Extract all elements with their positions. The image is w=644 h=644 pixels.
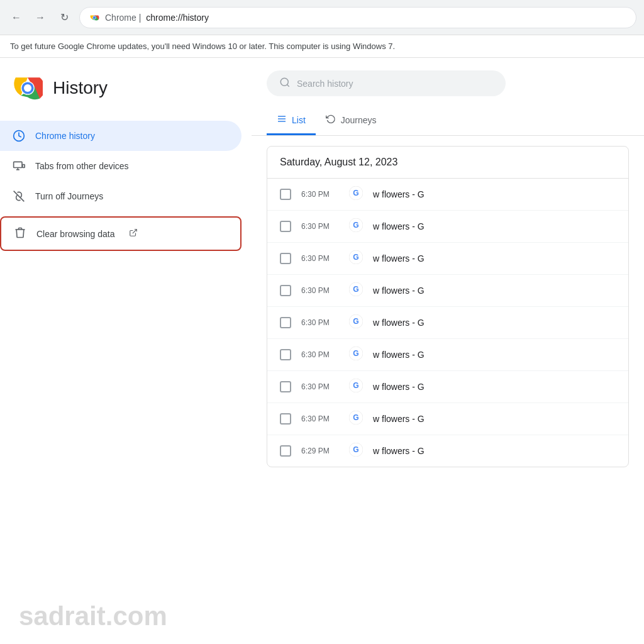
history-time: 6:30 PM	[301, 222, 339, 231]
svg-point-3	[93, 16, 96, 19]
history-checkbox[interactable]	[280, 221, 291, 232]
history-entry-title: w flowers - G	[373, 189, 425, 199]
search-box[interactable]: Search history	[267, 70, 506, 96]
refresh-button[interactable]: ↻	[55, 9, 73, 26]
sidebar-item-tabs-other-devices-label: Tabs from other devices	[35, 161, 129, 171]
history-entry-title: w flowers - G	[373, 350, 425, 360]
history-checkbox[interactable]	[280, 317, 291, 328]
svg-text:G: G	[353, 445, 358, 454]
journeys-icon	[326, 114, 336, 126]
history-checkbox[interactable]	[280, 253, 291, 264]
sidebar-item-turn-off-journeys-label: Turn off Journeys	[35, 191, 103, 201]
svg-text:G: G	[353, 413, 358, 422]
tab-journeys[interactable]: Journeys	[316, 106, 387, 135]
history-time: 6:30 PM	[301, 414, 339, 423]
history-date-card: Saturday, August 12, 2023 6:30 PM G w fl…	[267, 146, 629, 467]
sidebar: History Chrome history	[0, 58, 252, 641]
sidebar-item-turn-off-journeys[interactable]: Turn off Journeys	[0, 181, 242, 211]
monitor-icon	[13, 160, 25, 172]
clear-browsing-item[interactable]: Clear browsing data	[1, 218, 240, 250]
history-row[interactable]: 6:30 PM G w flowers - G	[267, 243, 628, 275]
history-row[interactable]: 6:30 PM G w flowers - G	[267, 307, 628, 339]
address-bar[interactable]: Chrome | chrome://history	[79, 7, 636, 28]
back-button[interactable]: ←	[8, 9, 25, 26]
history-entry-title: w flowers - G	[373, 446, 425, 456]
sidebar-item-tabs-other-devices[interactable]: Tabs from other devices	[0, 151, 242, 181]
svg-text:G: G	[353, 285, 358, 294]
sidebar-nav: Chrome history Tabs from other devices	[0, 121, 252, 251]
history-time: 6:30 PM	[301, 190, 339, 199]
clock-icon	[13, 130, 25, 142]
history-time: 6:29 PM	[301, 447, 339, 455]
tab-list[interactable]: List	[267, 106, 316, 135]
browser-toolbar: ← → ↻ Chrome | chrome://history	[0, 0, 644, 35]
chrome-logo-icon	[89, 12, 100, 23]
update-banner-text: To get future Google Chrome updates, you…	[10, 42, 395, 51]
update-banner: To get future Google Chrome updates, you…	[0, 35, 644, 58]
history-time: 6:30 PM	[301, 254, 339, 263]
history-entry-title: w flowers - G	[373, 221, 425, 231]
chrome-large-logo-icon	[13, 73, 43, 103]
history-checkbox[interactable]	[280, 413, 291, 425]
main-content: History Chrome history	[0, 58, 644, 641]
google-favicon-icon: G	[349, 411, 363, 427]
svg-text:G: G	[353, 317, 358, 326]
right-panel: Search history List	[252, 58, 644, 641]
history-row[interactable]: 6:30 PM G w flowers - G	[267, 371, 628, 403]
google-favicon-icon: G	[349, 186, 363, 203]
history-checkbox[interactable]	[280, 189, 291, 200]
google-favicon-icon: G	[349, 218, 363, 235]
history-row[interactable]: 6:30 PM G w flowers - G	[267, 275, 628, 307]
svg-text:G: G	[353, 381, 358, 390]
forward-button[interactable]: →	[31, 9, 49, 26]
search-placeholder: Search history	[297, 79, 353, 89]
google-favicon-icon: G	[349, 314, 363, 331]
svg-point-15	[280, 78, 288, 86]
search-bar-row: Search history	[252, 58, 644, 106]
svg-rect-9	[14, 162, 22, 167]
svg-text:G: G	[353, 349, 358, 358]
history-entry-title: w flowers - G	[373, 414, 425, 424]
history-date-header: Saturday, August 12, 2023	[267, 147, 628, 179]
history-time: 6:30 PM	[301, 318, 339, 327]
history-row[interactable]: 6:30 PM G w flowers - G	[267, 179, 628, 211]
history-entry-title: w flowers - G	[373, 382, 425, 392]
svg-text:G: G	[353, 189, 358, 197]
address-bar-prefix: Chrome |	[105, 13, 141, 23]
history-entry-title: w flowers - G	[373, 286, 425, 296]
history-time: 6:30 PM	[301, 350, 339, 359]
tab-list-label: List	[292, 115, 306, 125]
sidebar-item-chrome-history[interactable]: Chrome history	[0, 121, 242, 151]
history-row[interactable]: 6:30 PM G w flowers - G	[267, 339, 628, 371]
list-icon	[277, 114, 287, 126]
history-entry-title: w flowers - G	[373, 318, 425, 328]
history-row[interactable]: 6:29 PM G w flowers - G	[267, 435, 628, 467]
history-checkbox[interactable]	[280, 445, 291, 457]
journeys-off-icon	[13, 190, 25, 203]
tab-journeys-label: Journeys	[341, 115, 377, 125]
history-checkbox[interactable]	[280, 285, 291, 296]
clear-browsing-wrapper: Clear browsing data	[0, 216, 242, 251]
trash-icon	[14, 226, 26, 241]
clear-browsing-label: Clear browsing data	[36, 229, 115, 239]
google-favicon-icon: G	[349, 282, 363, 299]
history-row[interactable]: 6:30 PM G w flowers - G	[267, 211, 628, 243]
external-link-icon	[129, 228, 138, 239]
google-favicon-icon: G	[349, 250, 363, 267]
svg-point-7	[24, 84, 31, 92]
svg-text:G: G	[353, 253, 358, 262]
history-checkbox[interactable]	[280, 349, 291, 360]
sidebar-item-chrome-history-label: Chrome history	[35, 131, 95, 141]
history-checkbox[interactable]	[280, 381, 291, 392]
google-favicon-icon: G	[349, 379, 363, 395]
history-list-container: Saturday, August 12, 2023 6:30 PM G w fl…	[252, 136, 644, 641]
google-favicon-icon: G	[349, 443, 363, 459]
svg-line-14	[132, 230, 136, 233]
svg-text:G: G	[353, 221, 358, 230]
svg-rect-12	[23, 165, 25, 168]
history-title: History	[53, 78, 108, 98]
history-time: 6:30 PM	[301, 382, 339, 391]
history-row[interactable]: 6:30 PM G w flowers - G	[267, 403, 628, 435]
address-bar-url: chrome://history	[146, 13, 209, 23]
tabs-row: List Journeys	[252, 106, 644, 136]
